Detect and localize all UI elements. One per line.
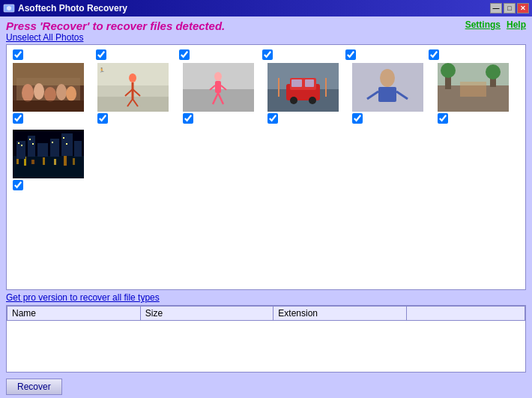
svg-point-14 bbox=[129, 73, 136, 82]
help-link[interactable]: Help bbox=[507, 19, 526, 30]
title-bar-left: Asoftech Photo Recovery bbox=[3, 2, 127, 14]
photo-thumb-6 bbox=[438, 63, 509, 112]
svg-rect-61 bbox=[16, 141, 25, 159]
svg-text:🏃: 🏃 bbox=[99, 67, 105, 73]
recover-btn-container: Recover bbox=[6, 376, 526, 395]
svg-point-50 bbox=[486, 64, 501, 79]
file-table-container: Name Size Extension bbox=[6, 305, 526, 373]
svg-rect-73 bbox=[66, 143, 67, 145]
photo-item-3 bbox=[183, 63, 265, 124]
svg-point-6 bbox=[34, 83, 44, 100]
title-bar: Asoftech Photo Recovery — □ ✕ bbox=[0, 0, 532, 16]
svg-rect-57 bbox=[43, 157, 45, 165]
left-top: Press 'Recover' to recover files detecte… bbox=[6, 19, 225, 43]
svg-point-8 bbox=[56, 84, 67, 100]
svg-point-9 bbox=[66, 86, 76, 101]
svg-rect-34 bbox=[305, 79, 314, 87]
svg-point-36 bbox=[309, 97, 316, 104]
svg-rect-44 bbox=[352, 63, 423, 112]
main-window: Press 'Recover' to recover files detecte… bbox=[0, 16, 532, 398]
photo-panel: 🏃 bbox=[6, 44, 526, 290]
svg-point-5 bbox=[22, 84, 34, 102]
row-checkbox-3[interactable] bbox=[179, 49, 190, 60]
svg-rect-62 bbox=[28, 136, 35, 157]
svg-rect-69 bbox=[29, 139, 31, 140]
photo-grid-row2 bbox=[10, 127, 522, 193]
svg-rect-63 bbox=[37, 143, 48, 157]
title-bar-controls[interactable]: — □ ✕ bbox=[490, 3, 529, 13]
row-checkbox-4[interactable] bbox=[262, 49, 273, 60]
photo-checkbox-3[interactable] bbox=[183, 113, 193, 124]
app-icon bbox=[3, 2, 15, 14]
top-links-right: Settings Help bbox=[465, 19, 526, 30]
recover-button[interactable]: Recover bbox=[6, 379, 62, 395]
svg-point-1 bbox=[7, 6, 11, 10]
col-name: Name bbox=[7, 307, 141, 321]
svg-point-23 bbox=[214, 72, 222, 81]
photo-item-6 bbox=[438, 63, 519, 124]
col-extension: Extension bbox=[273, 307, 407, 321]
settings-link[interactable]: Settings bbox=[465, 19, 501, 30]
photo-item-7 bbox=[13, 130, 94, 190]
maximize-button[interactable]: □ bbox=[504, 3, 516, 13]
photo-thumb-5 bbox=[352, 63, 423, 112]
photo-thumb-1 bbox=[13, 63, 84, 112]
svg-rect-33 bbox=[291, 79, 302, 87]
svg-rect-54 bbox=[16, 158, 19, 164]
col-extra bbox=[407, 307, 525, 321]
svg-rect-58 bbox=[54, 159, 56, 165]
photo-checkbox-4[interactable] bbox=[267, 113, 278, 124]
top-bar: Press 'Recover' to recover files detecte… bbox=[6, 19, 526, 43]
svg-rect-67 bbox=[18, 142, 19, 144]
photo-checkbox-6[interactable] bbox=[438, 113, 448, 124]
photo-item-5 bbox=[352, 63, 434, 124]
svg-point-48 bbox=[441, 63, 456, 78]
photo-checkbox-7[interactable] bbox=[13, 180, 23, 190]
table-header-row: Name Size Extension bbox=[7, 307, 525, 321]
unselect-all-link[interactable]: Unselect All Photos bbox=[6, 32, 83, 43]
photo-item-1 bbox=[13, 63, 94, 124]
top-row-checkboxes bbox=[10, 48, 522, 60]
svg-rect-66 bbox=[74, 141, 82, 157]
photo-checkbox-1[interactable] bbox=[13, 113, 23, 124]
photo-thumb-4 bbox=[267, 63, 339, 112]
photo-checkbox-5[interactable] bbox=[352, 113, 363, 124]
svg-rect-64 bbox=[50, 139, 59, 157]
svg-rect-68 bbox=[21, 145, 22, 146]
svg-rect-60 bbox=[73, 158, 75, 165]
row-checkbox-2[interactable] bbox=[96, 49, 106, 60]
recover-prompt: Press 'Recover' to recover files detecte… bbox=[6, 19, 225, 32]
close-button[interactable]: ✕ bbox=[517, 3, 529, 13]
svg-rect-72 bbox=[63, 137, 64, 139]
photo-scroll-area[interactable]: 🏃 bbox=[7, 45, 525, 289]
photo-thumb-7 bbox=[13, 130, 84, 178]
svg-rect-71 bbox=[52, 142, 53, 143]
row-checkbox-1[interactable] bbox=[13, 49, 23, 60]
photo-grid: 🏃 bbox=[10, 60, 522, 127]
svg-point-35 bbox=[290, 97, 297, 104]
svg-rect-24 bbox=[215, 81, 221, 93]
photo-checkbox-2[interactable] bbox=[97, 113, 108, 124]
svg-rect-59 bbox=[64, 156, 67, 166]
minimize-button[interactable]: — bbox=[490, 3, 502, 13]
pro-version-link[interactable]: Get pro version to recover all file type… bbox=[6, 292, 526, 303]
photo-item-4 bbox=[267, 63, 349, 124]
row-checkbox-6[interactable] bbox=[429, 49, 439, 60]
svg-rect-70 bbox=[32, 143, 34, 145]
photo-thumb-2: 🏃 bbox=[97, 63, 169, 112]
svg-rect-10 bbox=[13, 100, 84, 112]
svg-point-7 bbox=[44, 87, 56, 102]
photo-thumb-3 bbox=[183, 63, 254, 112]
app-title: Asoftech Photo Recovery bbox=[18, 3, 127, 13]
svg-rect-51 bbox=[460, 82, 486, 97]
file-table: Name Size Extension bbox=[7, 306, 525, 321]
col-size: Size bbox=[140, 307, 273, 321]
svg-rect-56 bbox=[31, 160, 34, 164]
photo-item-2: 🏃 bbox=[97, 63, 179, 124]
row-checkbox-5[interactable] bbox=[345, 49, 356, 60]
